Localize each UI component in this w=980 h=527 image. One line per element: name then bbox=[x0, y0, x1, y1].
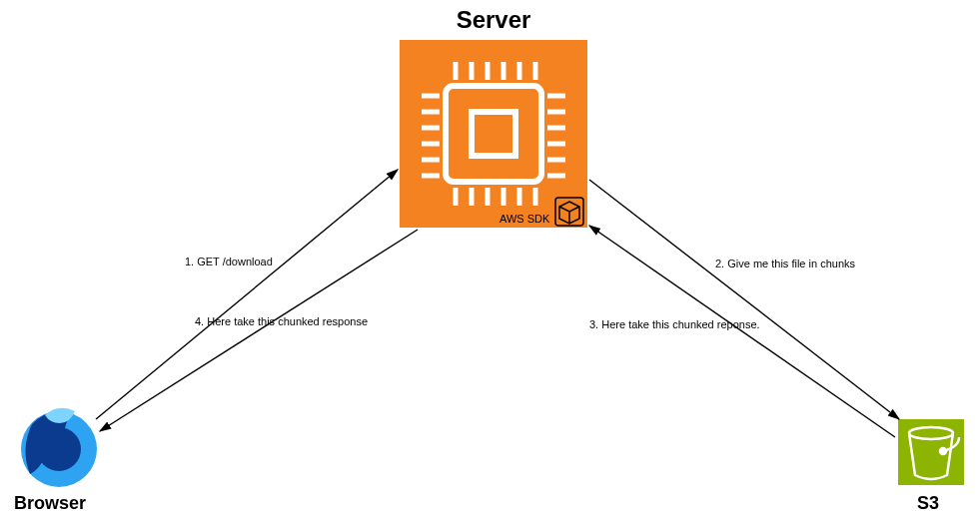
s3-label: S3 bbox=[917, 493, 939, 514]
server-node bbox=[400, 40, 587, 228]
s3-node bbox=[898, 419, 964, 485]
label-step1: 1. GET /download bbox=[185, 256, 273, 267]
label-step2: 2. Give me this file in chunks bbox=[715, 258, 855, 269]
diagram-canvas: Server bbox=[0, 0, 980, 527]
aws-sdk-label: AWS SDK bbox=[499, 213, 549, 225]
svg-rect-0 bbox=[400, 40, 587, 228]
browser-node bbox=[21, 408, 97, 487]
browser-label: Browser bbox=[14, 493, 86, 514]
svg-rect-30 bbox=[898, 419, 964, 485]
label-step4: 4. Here take this chunked response bbox=[195, 315, 368, 327]
arrow-step2 bbox=[589, 180, 899, 419]
label-step3: 3. Here take this chunked reponse. bbox=[589, 318, 760, 330]
arrow-step1 bbox=[96, 170, 398, 419]
